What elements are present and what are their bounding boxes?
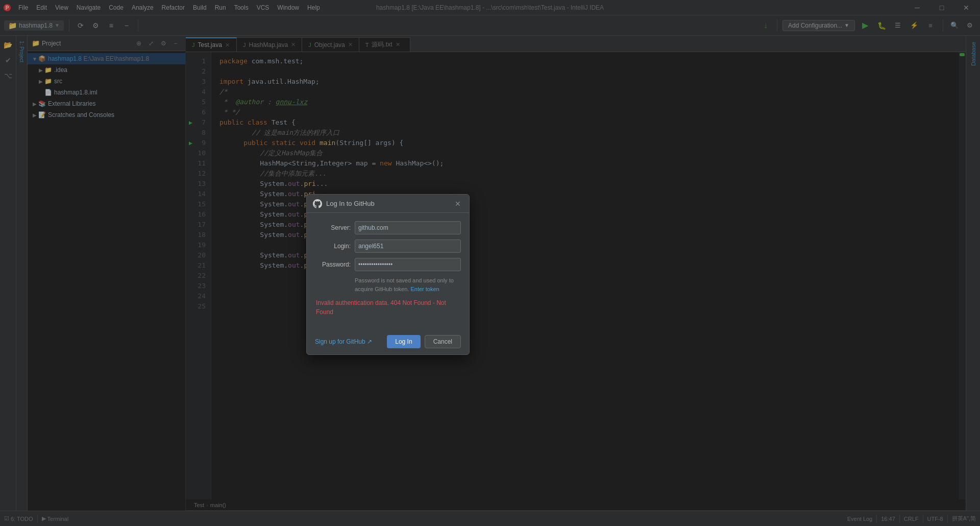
menu-view[interactable]: View <box>51 0 72 15</box>
menu-edit[interactable]: Edit <box>32 0 51 15</box>
tab-hashmap-java[interactable]: J HashMap.java ✕ <box>237 37 302 52</box>
menu-window[interactable]: Window <box>273 0 303 15</box>
ide-toolbar: 📁 hashmap1.8 ▼ ⟳ ⚙ ≡ − ↓ Add Configurati… <box>0 15 980 36</box>
settings-gear-icon[interactable]: ⚙ <box>964 19 976 32</box>
error-text: Invalid authentication data. 404 Not Fou… <box>316 299 446 316</box>
project-vtab[interactable]: 1: Project <box>17 38 26 65</box>
expand-arrow: ▼ <box>32 56 38 62</box>
tab-source-txt[interactable]: T 源码.txt ✕ <box>359 37 410 52</box>
toolbar-separator-4 <box>943 19 943 32</box>
login-input[interactable] <box>355 240 461 253</box>
breadcrumb-file: Test <box>194 502 204 508</box>
tab-close-icon[interactable]: ✕ <box>291 41 296 48</box>
java-icon: J <box>243 42 246 48</box>
ime-item[interactable]: 拼英A",简 <box>952 515 976 522</box>
java-icon: J <box>192 42 195 48</box>
line-num: 20 <box>188 250 209 260</box>
tree-src[interactable]: ▶ 📁 src <box>28 76 185 87</box>
collapse-icon[interactable]: − <box>120 19 133 32</box>
tree-icon[interactable]: ≡ <box>105 19 117 32</box>
terminal-item[interactable]: ▶ Terminal <box>42 515 69 522</box>
line-num: 15 <box>188 199 209 209</box>
line-num: ▶7 <box>188 117 209 128</box>
menu-code[interactable]: Code <box>105 0 128 15</box>
coverage-button[interactable]: ☰ <box>891 18 905 33</box>
menu-run[interactable]: Run <box>211 0 230 15</box>
code-line-10: //定义HashMap集合 <box>219 148 959 158</box>
tab-close-icon[interactable]: ✕ <box>225 42 230 49</box>
dialog-close-button[interactable]: ✕ <box>453 199 463 209</box>
menu-vcs[interactable]: VCS <box>253 0 274 15</box>
folder-icon: 📁 <box>44 66 52 74</box>
settings-icon[interactable]: ⚙ <box>90 19 102 32</box>
todo-item[interactable]: ☑ 6: TODO <box>4 515 33 522</box>
bottom-right: Event Log 16:47 CRLF UTF-8 拼英A",简 <box>847 515 976 523</box>
signup-text: Sign up for GitHub ↗ <box>315 338 372 345</box>
tab-label: HashMap.java <box>249 41 288 49</box>
tree-scratches[interactable]: ▶ 📝 Scratches and Consoles <box>28 109 185 121</box>
sync-icon[interactable]: ⟳ <box>75 19 87 32</box>
tab-close-icon[interactable]: ✕ <box>348 41 353 48</box>
panel-close-icon[interactable]: − <box>170 38 181 49</box>
menu-analyze[interactable]: Analyze <box>128 0 158 15</box>
server-input[interactable] <box>355 221 461 234</box>
panel-settings-icon[interactable]: ⚙ <box>158 38 169 49</box>
cancel-button[interactable]: Cancel <box>425 335 461 348</box>
add-configuration-button[interactable]: Add Configuration... ▼ <box>782 20 855 31</box>
event-log-item[interactable]: Event Log <box>847 516 873 522</box>
line-num: 6 <box>188 107 209 117</box>
database-vtab[interactable]: Database <box>968 38 978 70</box>
project-sidebar-icon[interactable]: 📂 <box>1 38 15 52</box>
login-button[interactable]: Log In <box>387 335 420 348</box>
line-num: 24 <box>188 291 209 301</box>
line-num: 5 <box>188 97 209 107</box>
enter-token-link[interactable]: Enter token <box>410 286 439 292</box>
code-line-9: public static void main(String[] args) { <box>219 138 959 148</box>
structure-icon[interactable]: ⌥ <box>1 68 15 83</box>
minimize-button[interactable]: ─ <box>905 0 929 15</box>
close-button[interactable]: ✕ <box>954 0 978 15</box>
encoding-item[interactable]: UTF-8 <box>927 516 943 522</box>
menu-build[interactable]: Build <box>189 0 211 15</box>
stop-button[interactable]: ■ <box>923 18 938 33</box>
menu-help[interactable]: Help <box>303 0 324 15</box>
line-num: 23 <box>188 281 209 291</box>
search-everywhere-icon[interactable]: 🔍 <box>948 19 961 32</box>
menu-tools[interactable]: Tools <box>230 0 253 15</box>
menu-refactor[interactable]: Refactor <box>158 0 189 15</box>
tree-iml[interactable]: ▶ 📄 hashmap1.8.iml <box>28 87 185 98</box>
tree-external-libs[interactable]: ▶ 📚 External Libraries <box>28 98 185 109</box>
tree-root[interactable]: ▼ 📦 hashmap1.8 E:\Java EE\hashmap1.8 <box>28 53 185 64</box>
line-num: 22 <box>188 271 209 281</box>
code-line-13: System.out.pri... <box>219 179 959 189</box>
tree-idea[interactable]: ▶ 📁 .idea <box>28 64 185 76</box>
login-label: Login: <box>315 243 351 250</box>
line-sep-item[interactable]: CRLF <box>904 516 919 522</box>
menu-file[interactable]: File <box>14 0 32 15</box>
line-num: 25 <box>188 301 209 312</box>
tab-test-java[interactable]: J Test.java ✕ <box>186 37 237 52</box>
dialog-title-bar: Log In to GitHub ✕ <box>307 195 469 213</box>
debug-button[interactable]: 🐛 <box>874 18 889 33</box>
tab-object-java[interactable]: J Object.java ✕ <box>302 37 359 52</box>
panel-action-icons: ⊕ ⤢ ⚙ − <box>133 38 181 49</box>
vcs-update-icon[interactable]: ↓ <box>760 19 772 32</box>
project-selector[interactable]: 📁 hashmap1.8 ▼ <box>4 20 64 31</box>
tab-label: Object.java <box>314 41 345 49</box>
code-line-2 <box>219 66 959 77</box>
bottom-separator <box>876 515 877 523</box>
locate-icon[interactable]: ⊕ <box>133 38 144 49</box>
signup-link[interactable]: Sign up for GitHub ↗ <box>315 338 372 345</box>
expand-icon[interactable]: ⤢ <box>145 38 157 49</box>
line-num: 19 <box>188 240 209 250</box>
tree-root-label: hashmap1.8 E:\Java EE\hashmap1.8 <box>48 55 149 62</box>
profile-button[interactable]: ⚡ <box>907 18 921 33</box>
commit-icon[interactable]: ✔ <box>1 53 15 67</box>
menu-navigate[interactable]: Navigate <box>72 0 105 15</box>
run-controls: ▶ 🐛 ☰ ⚡ ■ <box>858 18 938 33</box>
panel-header: 📁 Project ⊕ ⤢ ⚙ − <box>28 36 185 51</box>
run-button[interactable]: ▶ <box>858 18 872 33</box>
maximize-button[interactable]: □ <box>930 0 953 15</box>
password-input[interactable] <box>355 258 461 271</box>
tab-close-icon[interactable]: ✕ <box>396 41 400 48</box>
